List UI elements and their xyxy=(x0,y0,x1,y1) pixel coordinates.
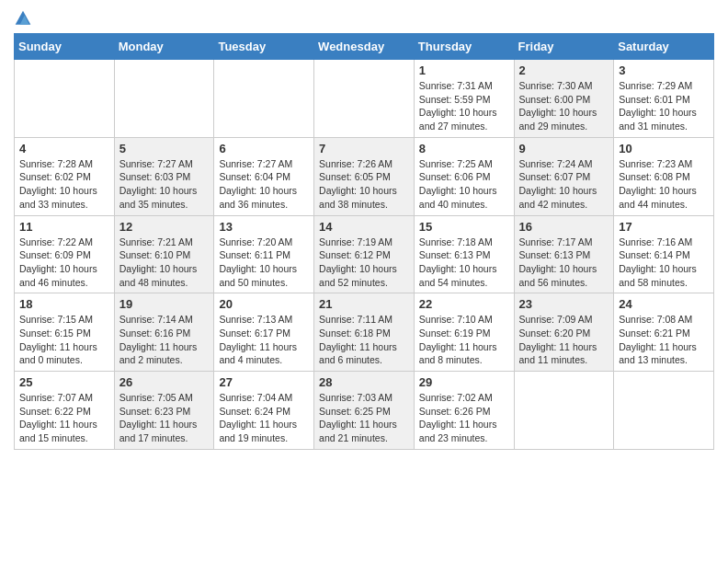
day-number: 22 xyxy=(419,297,509,311)
day-number: 11 xyxy=(19,220,109,234)
calendar-week-row: 25Sunrise: 7:07 AM Sunset: 6:22 PM Dayli… xyxy=(15,372,714,450)
day-number: 19 xyxy=(119,297,210,311)
day-number: 1 xyxy=(419,63,509,77)
day-number: 5 xyxy=(119,142,210,155)
day-info: Sunrise: 7:27 AM Sunset: 6:04 PM Dayligh… xyxy=(219,157,309,212)
calendar-cell: 29Sunrise: 7:02 AM Sunset: 6:26 PM Dayli… xyxy=(414,372,514,450)
calendar-cell: 27Sunrise: 7:04 AM Sunset: 6:24 PM Dayli… xyxy=(214,372,314,450)
day-info: Sunrise: 7:09 AM Sunset: 6:20 PM Dayligh… xyxy=(519,313,609,367)
day-number: 26 xyxy=(119,375,210,389)
page-header xyxy=(14,9,714,28)
day-info: Sunrise: 7:10 AM Sunset: 6:19 PM Dayligh… xyxy=(419,313,509,367)
calendar-cell: 6Sunrise: 7:27 AM Sunset: 6:04 PM Daylig… xyxy=(214,137,314,215)
day-number: 13 xyxy=(219,220,309,234)
calendar-cell: 21Sunrise: 7:11 AM Sunset: 6:18 PM Dayli… xyxy=(314,293,415,372)
day-number: 21 xyxy=(319,297,409,311)
day-info: Sunrise: 7:18 AM Sunset: 6:13 PM Dayligh… xyxy=(419,236,509,290)
day-info: Sunrise: 7:28 AM Sunset: 6:02 PM Dayligh… xyxy=(19,157,109,212)
day-info: Sunrise: 7:22 AM Sunset: 6:09 PM Dayligh… xyxy=(19,236,109,290)
day-number: 25 xyxy=(19,375,109,389)
calendar-cell: 18Sunrise: 7:15 AM Sunset: 6:15 PM Dayli… xyxy=(15,293,115,372)
logo xyxy=(14,9,36,28)
day-info: Sunrise: 7:11 AM Sunset: 6:18 PM Dayligh… xyxy=(319,313,409,367)
day-number: 3 xyxy=(619,63,709,77)
day-number: 17 xyxy=(619,220,709,234)
day-number: 27 xyxy=(219,375,309,389)
calendar-cell: 13Sunrise: 7:20 AM Sunset: 6:11 PM Dayli… xyxy=(214,215,314,293)
day-header-thursday: Thursday xyxy=(414,34,514,60)
day-number: 28 xyxy=(319,375,409,389)
day-number: 14 xyxy=(319,220,409,234)
calendar-cell: 8Sunrise: 7:25 AM Sunset: 6:06 PM Daylig… xyxy=(414,137,514,215)
day-number: 24 xyxy=(619,297,709,311)
calendar-cell xyxy=(15,60,115,138)
calendar-cell: 10Sunrise: 7:23 AM Sunset: 6:08 PM Dayli… xyxy=(614,137,714,215)
day-number: 23 xyxy=(519,297,609,311)
day-number: 7 xyxy=(319,142,409,155)
day-info: Sunrise: 7:24 AM Sunset: 6:07 PM Dayligh… xyxy=(519,157,609,212)
day-info: Sunrise: 7:26 AM Sunset: 6:05 PM Dayligh… xyxy=(319,157,409,212)
calendar-table: SundayMondayTuesdayWednesdayThursdayFrid… xyxy=(14,33,714,450)
day-number: 6 xyxy=(219,142,309,155)
day-info: Sunrise: 7:05 AM Sunset: 6:23 PM Dayligh… xyxy=(119,391,210,445)
day-info: Sunrise: 7:21 AM Sunset: 6:10 PM Dayligh… xyxy=(119,236,210,290)
day-header-sunday: Sunday xyxy=(15,34,115,60)
day-info: Sunrise: 7:27 AM Sunset: 6:03 PM Dayligh… xyxy=(119,157,210,212)
day-header-friday: Friday xyxy=(514,34,614,60)
calendar-cell: 26Sunrise: 7:05 AM Sunset: 6:23 PM Dayli… xyxy=(114,372,214,450)
calendar-cell: 20Sunrise: 7:13 AM Sunset: 6:17 PM Dayli… xyxy=(214,293,314,372)
calendar-cell: 2Sunrise: 7:30 AM Sunset: 6:00 PM Daylig… xyxy=(514,60,614,138)
day-header-tuesday: Tuesday xyxy=(214,34,314,60)
day-info: Sunrise: 7:03 AM Sunset: 6:25 PM Dayligh… xyxy=(319,391,409,445)
day-info: Sunrise: 7:30 AM Sunset: 6:00 PM Dayligh… xyxy=(519,79,609,133)
calendar-cell: 23Sunrise: 7:09 AM Sunset: 6:20 PM Dayli… xyxy=(514,293,614,372)
day-info: Sunrise: 7:14 AM Sunset: 6:16 PM Dayligh… xyxy=(119,313,210,367)
calendar-cell: 3Sunrise: 7:29 AM Sunset: 6:01 PM Daylig… xyxy=(614,60,714,138)
day-info: Sunrise: 7:25 AM Sunset: 6:06 PM Dayligh… xyxy=(419,157,509,212)
day-info: Sunrise: 7:08 AM Sunset: 6:21 PM Dayligh… xyxy=(619,313,709,367)
calendar-cell: 12Sunrise: 7:21 AM Sunset: 6:10 PM Dayli… xyxy=(114,215,214,293)
calendar-cell: 1Sunrise: 7:31 AM Sunset: 5:59 PM Daylig… xyxy=(414,60,514,138)
calendar-cell: 16Sunrise: 7:17 AM Sunset: 6:13 PM Dayli… xyxy=(514,215,614,293)
calendar-cell: 9Sunrise: 7:24 AM Sunset: 6:07 PM Daylig… xyxy=(514,137,614,215)
calendar-cell: 14Sunrise: 7:19 AM Sunset: 6:12 PM Dayli… xyxy=(314,215,415,293)
day-number: 9 xyxy=(519,142,609,155)
day-number: 18 xyxy=(19,297,109,311)
calendar-cell xyxy=(314,60,415,138)
calendar-cell xyxy=(614,372,714,450)
day-info: Sunrise: 7:31 AM Sunset: 5:59 PM Dayligh… xyxy=(419,79,509,133)
day-info: Sunrise: 7:19 AM Sunset: 6:12 PM Dayligh… xyxy=(319,236,409,290)
day-number: 8 xyxy=(419,142,509,155)
day-header-saturday: Saturday xyxy=(614,34,714,60)
day-number: 2 xyxy=(519,63,609,77)
day-info: Sunrise: 7:02 AM Sunset: 6:26 PM Dayligh… xyxy=(419,391,509,445)
day-info: Sunrise: 7:20 AM Sunset: 6:11 PM Dayligh… xyxy=(219,236,309,290)
day-header-wednesday: Wednesday xyxy=(314,34,415,60)
calendar-cell: 19Sunrise: 7:14 AM Sunset: 6:16 PM Dayli… xyxy=(114,293,214,372)
calendar-cell xyxy=(214,60,314,138)
day-number: 12 xyxy=(119,220,210,234)
calendar-cell: 24Sunrise: 7:08 AM Sunset: 6:21 PM Dayli… xyxy=(614,293,714,372)
day-number: 15 xyxy=(419,220,509,234)
calendar-week-row: 18Sunrise: 7:15 AM Sunset: 6:15 PM Dayli… xyxy=(15,293,714,372)
day-number: 4 xyxy=(19,142,109,155)
calendar-cell: 11Sunrise: 7:22 AM Sunset: 6:09 PM Dayli… xyxy=(15,215,115,293)
calendar-cell: 15Sunrise: 7:18 AM Sunset: 6:13 PM Dayli… xyxy=(414,215,514,293)
calendar-cell: 28Sunrise: 7:03 AM Sunset: 6:25 PM Dayli… xyxy=(314,372,415,450)
calendar-week-row: 11Sunrise: 7:22 AM Sunset: 6:09 PM Dayli… xyxy=(15,215,714,293)
day-info: Sunrise: 7:16 AM Sunset: 6:14 PM Dayligh… xyxy=(619,236,709,290)
calendar-header-row: SundayMondayTuesdayWednesdayThursdayFrid… xyxy=(15,34,714,60)
calendar-cell: 17Sunrise: 7:16 AM Sunset: 6:14 PM Dayli… xyxy=(614,215,714,293)
calendar-cell: 22Sunrise: 7:10 AM Sunset: 6:19 PM Dayli… xyxy=(414,293,514,372)
calendar-cell: 25Sunrise: 7:07 AM Sunset: 6:22 PM Dayli… xyxy=(15,372,115,450)
calendar-cell xyxy=(114,60,214,138)
calendar-cell: 7Sunrise: 7:26 AM Sunset: 6:05 PM Daylig… xyxy=(314,137,415,215)
day-info: Sunrise: 7:04 AM Sunset: 6:24 PM Dayligh… xyxy=(219,391,309,445)
calendar-cell: 5Sunrise: 7:27 AM Sunset: 6:03 PM Daylig… xyxy=(114,137,214,215)
day-info: Sunrise: 7:29 AM Sunset: 6:01 PM Dayligh… xyxy=(619,79,709,133)
day-info: Sunrise: 7:17 AM Sunset: 6:13 PM Dayligh… xyxy=(519,236,609,290)
logo-icon xyxy=(14,9,32,28)
calendar-week-row: 1Sunrise: 7:31 AM Sunset: 5:59 PM Daylig… xyxy=(15,60,714,138)
day-header-monday: Monday xyxy=(114,34,214,60)
calendar-cell: 4Sunrise: 7:28 AM Sunset: 6:02 PM Daylig… xyxy=(15,137,115,215)
